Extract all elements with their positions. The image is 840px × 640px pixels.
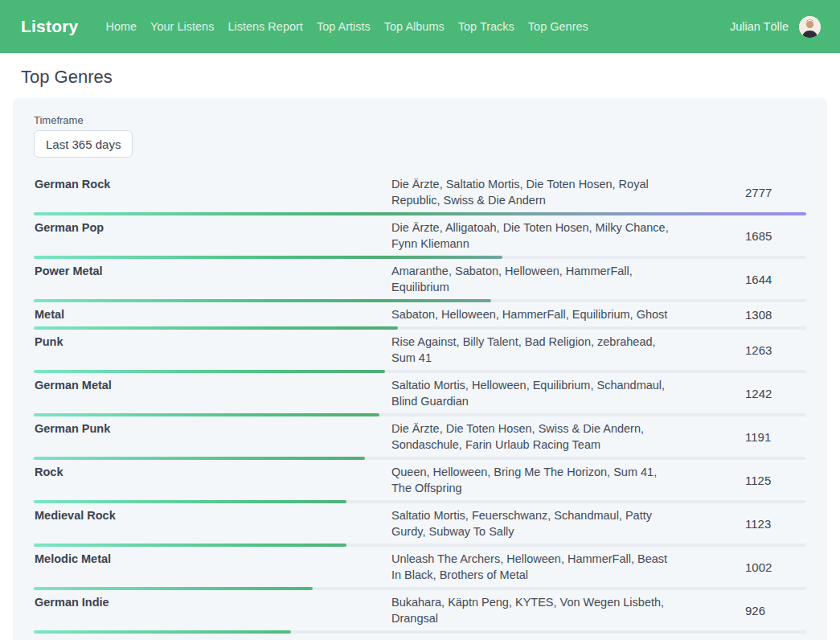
genre-name: German Punk xyxy=(34,421,391,437)
page-title: Top Genres xyxy=(21,67,827,88)
genre-row: RockQueen, Helloween, Bring Me The Horiz… xyxy=(34,460,806,503)
timeframe-filter: Timeframe Last 365 days xyxy=(34,114,806,158)
nav-item-home[interactable]: Home xyxy=(105,20,137,33)
genre-name: Metal xyxy=(34,306,391,322)
genre-row: Medieval RockSaltatio Mortis, Feuerschwa… xyxy=(34,503,806,547)
nav-item-your-listens[interactable]: Your Listens xyxy=(150,20,214,33)
genre-top-artists: Saltatio Mortis, Feuerschwanz, Schandmau… xyxy=(391,507,745,539)
genre-row: Melodic MetalUnleash The Archers, Hellow… xyxy=(34,547,806,590)
genre-listen-count: 1191 xyxy=(745,430,806,444)
genre-top-artists: Die Ärzte, Alligatoah, Die Toten Hosen, … xyxy=(391,219,745,252)
genre-top-artists: Bukahara, Käptn Peng, KYTES, Von Wegen L… xyxy=(391,594,745,626)
genre-name: German Rock xyxy=(34,176,391,192)
genre-listen-count: 1644 xyxy=(745,273,806,286)
user-menu: Julian Tölle xyxy=(730,16,821,38)
genre-top-artists: Die Ärzte, Saltatio Mortis, Die Toten Ho… xyxy=(391,176,745,208)
genre-bar-track xyxy=(34,630,806,634)
main-content: Top Genres Timeframe Last 365 days Germa… xyxy=(0,53,840,640)
user-name[interactable]: Julian Tölle xyxy=(730,20,789,33)
genre-top-artists: Sabaton, Helloween, HammerFall, Equilibr… xyxy=(391,306,745,322)
nav-links: HomeYour ListensListens ReportTop Artist… xyxy=(105,20,588,33)
genre-listen-count: 1002 xyxy=(745,560,806,574)
genre-listen-count: 1123 xyxy=(745,517,806,531)
nav-item-listens-report[interactable]: Listens Report xyxy=(227,20,303,33)
genre-listen-count: 1263 xyxy=(745,343,806,357)
genre-row: German MetalSaltatio Mortis, Helloween, … xyxy=(34,373,806,416)
genre-top-artists: Rise Against, Billy Talent, Bad Religion… xyxy=(391,334,745,366)
nav-item-top-genres[interactable]: Top Genres xyxy=(528,20,588,33)
genre-name: German Pop xyxy=(34,219,391,236)
genres-card: Timeframe Last 365 days German RockDie Ä… xyxy=(13,98,827,640)
genre-row: German PunkDie Ärzte, Die Toten Hosen, S… xyxy=(34,416,806,460)
genre-row: Power MetalAmaranthe, Sabaton, Helloween… xyxy=(34,259,806,302)
genre-name: German Metal xyxy=(34,377,391,393)
genre-row: MetalSabaton, Helloween, HammerFall, Equ… xyxy=(34,302,806,330)
timeframe-label: Timeframe xyxy=(34,114,806,126)
genre-top-artists: Queen, Helloween, Bring Me The Horizon, … xyxy=(391,464,745,496)
timeframe-select[interactable]: Last 365 days xyxy=(34,130,133,158)
genre-top-artists: Saltatio Mortis, Helloween, Equilibrium,… xyxy=(391,377,745,409)
genre-top-artists: Amaranthe, Sabaton, Helloween, HammerFal… xyxy=(391,263,745,295)
genre-listen-count: 1242 xyxy=(745,387,806,400)
nav-item-top-artists[interactable]: Top Artists xyxy=(317,20,371,33)
genre-name: Melodic Metal xyxy=(34,551,391,567)
nav-item-top-albums[interactable]: Top Albums xyxy=(384,20,445,33)
genre-name: Power Metal xyxy=(34,263,391,279)
navbar: Listory HomeYour ListensListens ReportTo… xyxy=(0,0,840,53)
genre-name: Punk xyxy=(34,334,391,350)
avatar-image xyxy=(799,16,821,38)
genre-listen-count: 1308 xyxy=(745,308,806,322)
genre-row: German IndieBukahara, Käptn Peng, KYTES,… xyxy=(34,590,806,634)
genre-name: German Indie xyxy=(34,594,391,610)
genre-row: German RockDie Ärzte, Saltatio Mortis, D… xyxy=(34,172,806,215)
genre-listen-count: 1125 xyxy=(745,474,806,487)
genre-listen-count: 926 xyxy=(745,604,806,617)
genre-bar xyxy=(34,630,291,634)
genres-table: German RockDie Ärzte, Saltatio Mortis, D… xyxy=(34,172,806,634)
user-avatar[interactable] xyxy=(799,16,821,38)
genre-row: PunkRise Against, Billy Talent, Bad Reli… xyxy=(34,330,806,373)
genre-row: German PopDie Ärzte, Alligatoah, Die Tot… xyxy=(34,215,806,259)
genre-listen-count: 1685 xyxy=(745,229,806,243)
genre-top-artists: Die Ärzte, Die Toten Hosen, Swiss & Die … xyxy=(391,421,745,453)
brand-logo[interactable]: Listory xyxy=(21,17,78,36)
genre-name: Medieval Rock xyxy=(34,507,391,523)
genre-name: Rock xyxy=(34,464,391,480)
nav-item-top-tracks[interactable]: Top Tracks xyxy=(458,20,514,33)
genre-listen-count: 2777 xyxy=(745,186,806,199)
genre-top-artists: Unleash The Archers, Helloween, HammerFa… xyxy=(391,551,745,583)
